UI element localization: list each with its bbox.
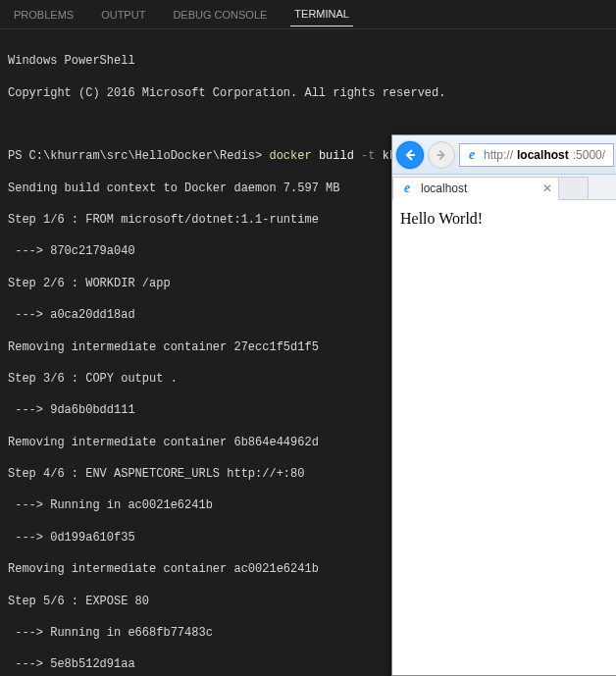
terminal-line [8, 117, 608, 132]
cmd-build: build [319, 149, 354, 163]
browser-navbar: e http://localhost:5000/ [392, 135, 616, 175]
browser-tab[interactable]: e localhost ✕ [392, 177, 559, 200]
browser-tabstrip: e localhost ✕ [392, 175, 616, 200]
ie-icon: e [464, 147, 480, 163]
panel-tabs: PROBLEMS OUTPUT DEBUG CONSOLE TERMINAL [0, 0, 616, 29]
tab-debug-console[interactable]: DEBUG CONSOLE [169, 3, 271, 26]
cmd-flag: -t [361, 149, 375, 163]
terminal-line: Windows PowerShell [8, 53, 608, 69]
back-button[interactable] [396, 141, 424, 169]
tab-output[interactable]: OUTPUT [97, 3, 149, 26]
page-text: Hello World! [400, 210, 483, 227]
tab-problems[interactable]: PROBLEMS [10, 3, 77, 26]
new-tab-button[interactable] [559, 177, 589, 200]
forward-button [428, 141, 455, 169]
url-scheme: http:// [484, 148, 513, 162]
prompt-path: PS C:\khurram\src\HelloDocker\Redis> [8, 149, 262, 163]
ie-icon: e [399, 181, 415, 196]
tab-terminal[interactable]: TERMINAL [290, 2, 353, 26]
url-port: :5000/ [573, 148, 605, 162]
arrow-right-icon [435, 148, 448, 162]
address-bar[interactable]: e http://localhost:5000/ [459, 143, 614, 167]
browser-viewport: Hello World! [392, 200, 616, 675]
terminal-line: Copyright (C) 2016 Microsoft Corporation… [8, 85, 608, 101]
browser-tab-title: localhost [421, 182, 467, 195]
url-host: localhost [517, 148, 569, 162]
close-icon[interactable]: ✕ [542, 182, 552, 195]
browser-window: e http://localhost:5000/ e localhost ✕ H… [391, 134, 616, 676]
cmd-docker: docker [269, 149, 311, 163]
arrow-left-icon [402, 147, 418, 163]
